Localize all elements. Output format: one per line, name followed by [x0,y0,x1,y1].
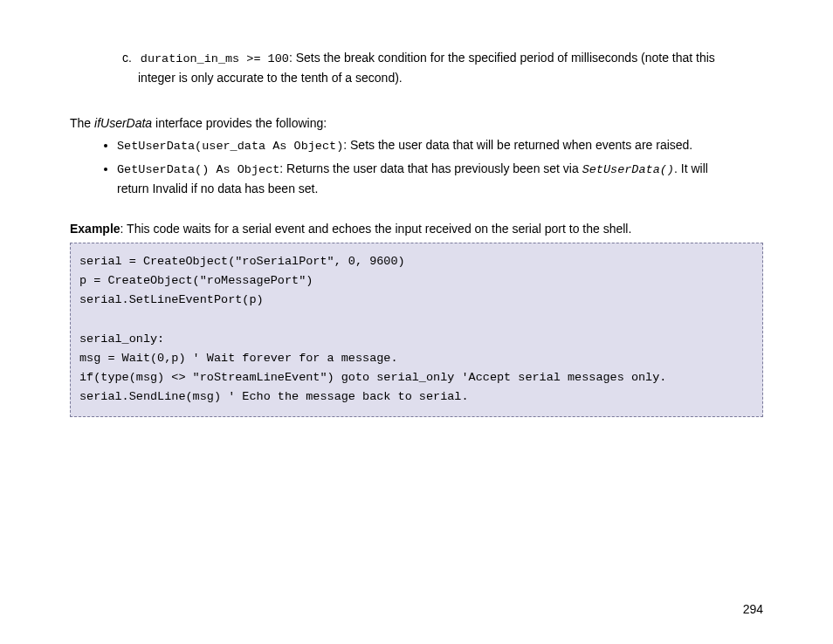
intro-pre: The [70,116,94,130]
list-item: SetUserData(user_data As Object): Sets t… [117,136,763,156]
list-item-c: c. duration_in_ms >= 100: Sets the break… [122,49,763,88]
page-content: c. duration_in_ms >= 100: Sets the break… [0,0,833,417]
bullet-list: SetUserData(user_data As Object): Sets t… [70,136,763,199]
intro-post: interface provides the following: [152,116,327,130]
example-text: : This code waits for a serial event and… [120,222,632,236]
intro-paragraph: The ifUserData interface provides the fo… [70,114,763,134]
example-label: Example [70,222,120,236]
page-number: 294 [743,602,763,616]
bullet-text: : Sets the user data that will be return… [343,138,692,152]
item-c-text1: : Sets the break condition for the speci… [289,51,715,65]
example-paragraph: Example: This code waits for a serial ev… [70,220,763,239]
list-item: GetUserData() As Object: Returns the use… [117,160,763,199]
code-inline: GetUserData() As Object [117,163,279,176]
list-label-c: c. [122,51,132,65]
code-ref: SetUserData() [582,163,674,176]
bullet-text-a: : Returns the user data that has previou… [279,161,582,175]
code-inline: duration_in_ms >= 100 [141,52,289,65]
intro-italic: ifUserData [94,116,152,130]
code-block: serial = CreateObject("roSerialPort", 0,… [70,243,763,417]
code-inline: SetUserData(user_data As Object) [117,140,343,153]
bullet-text-b: . It will [674,161,708,175]
bullet-text-c: return Invalid if no data has been set. [117,182,318,195]
item-c-text2: integer is only accurate to the tenth of… [138,69,403,88]
